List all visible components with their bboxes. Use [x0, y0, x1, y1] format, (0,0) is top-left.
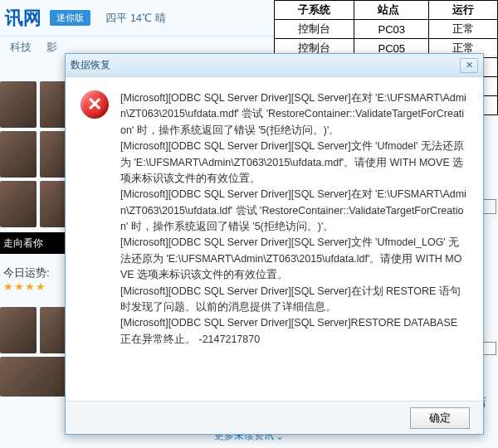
edition-badge: 迷你版	[50, 10, 90, 26]
weather-temp: 14℃	[130, 12, 152, 24]
close-icon: ✕	[466, 60, 473, 71]
thumb-image[interactable]	[0, 131, 37, 178]
dialog-title: 数据恢复	[71, 58, 460, 72]
table-row: 控制台PC03正常	[275, 20, 498, 39]
weather-text: 四平 14℃ 晴	[105, 11, 166, 26]
dialog-body: ✕ [Microsoft][ODBC SQL Server Driver][SQ…	[66, 77, 483, 401]
thumb-image[interactable]	[0, 307, 37, 353]
dialog-titlebar[interactable]: 数据恢复 ✕	[66, 54, 483, 77]
weather-city: 四平	[105, 12, 127, 24]
fortune-label: 今日运势:	[3, 266, 50, 279]
col-status: 运行	[429, 1, 498, 20]
close-button[interactable]: ✕	[460, 58, 478, 73]
weather-cond: 晴	[155, 12, 166, 24]
fortune-block: 今日运势: ★★★★	[3, 265, 50, 293]
error-icon: ✕	[81, 90, 109, 119]
site-logo: 讯网	[0, 6, 46, 31]
ok-button[interactable]: 确定	[410, 407, 470, 429]
thumb-image[interactable]	[0, 81, 37, 128]
nav-entertainment[interactable]: 影	[46, 40, 57, 55]
thumb-image[interactable]	[0, 181, 37, 227]
error-message: [Microsoft][ODBC SQL Server Driver][SQL …	[120, 90, 468, 392]
fortune-stars: ★★★★	[3, 280, 46, 293]
col-subsystem: 子系统	[275, 1, 354, 20]
dialog-footer: 确定	[66, 401, 483, 434]
error-dialog: 数据恢复 ✕ ✕ [Microsoft][ODBC SQL Server Dri…	[65, 53, 484, 435]
error-x-glyph: ✕	[87, 94, 102, 115]
col-site: 站点	[354, 1, 429, 20]
primary-nav: 科技 影	[0, 37, 57, 58]
nav-science[interactable]: 科技	[10, 40, 32, 55]
table-header-row: 子系统 站点 运行	[275, 1, 498, 20]
